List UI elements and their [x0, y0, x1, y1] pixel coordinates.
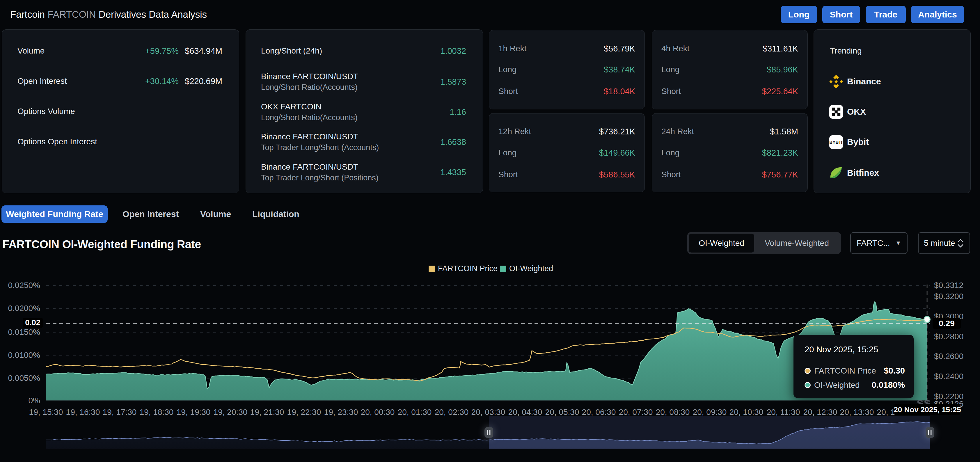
svg-text:20, 06:30: 20, 06:30: [582, 408, 616, 417]
svg-text:$0.3312: $0.3312: [934, 281, 963, 290]
svg-text:BYB!T: BYB!T: [829, 140, 843, 144]
svg-text:20, 08:30: 20, 08:30: [656, 408, 690, 417]
svg-text:20, 10:30: 20, 10:30: [729, 408, 764, 417]
svg-text:20, 09:30: 20, 09:30: [693, 408, 727, 417]
svg-text:20, 07:30: 20, 07:30: [619, 408, 653, 417]
svg-text:$0.3200: $0.3200: [934, 292, 963, 301]
svg-text:19, 15:30: 19, 15:30: [29, 408, 63, 417]
svg-text:0.0150%: 0.0150%: [8, 328, 40, 337]
svg-text:20, 03:30: 20, 03:30: [471, 408, 506, 417]
svg-text:0%: 0%: [29, 396, 40, 405]
svg-text:19, 17:30: 19, 17:30: [103, 408, 137, 417]
svg-text:20, 12:30: 20, 12:30: [803, 408, 837, 417]
svg-text:20, 13:30: 20, 13:30: [840, 408, 874, 417]
svg-text:OI-Weighted: OI-Weighted: [509, 264, 553, 273]
svg-text:20, 01:30: 20, 01:30: [398, 408, 432, 417]
svg-text:0.0250%: 0.0250%: [8, 281, 40, 290]
svg-text:19, 22:30: 19, 22:30: [287, 408, 321, 417]
svg-text:0.0100%: 0.0100%: [8, 351, 40, 360]
svg-text:19, 19:30: 19, 19:30: [177, 408, 211, 417]
svg-text:FARTCOIN Price: FARTCOIN Price: [438, 264, 498, 273]
svg-text:$0.2600: $0.2600: [934, 352, 963, 361]
svg-text:19, 16:30: 19, 16:30: [66, 408, 100, 417]
svg-text:20, 00:30: 20, 00:30: [361, 408, 395, 417]
svg-text:19, 18:30: 19, 18:30: [140, 408, 174, 417]
svg-text:20, 04:30: 20, 04:30: [508, 408, 542, 417]
svg-text:0.0050%: 0.0050%: [8, 373, 40, 383]
svg-text:20, 05:30: 20, 05:30: [545, 408, 579, 417]
svg-text:19, 23:30: 19, 23:30: [324, 408, 358, 417]
svg-text:20, 11:30: 20, 11:30: [767, 408, 800, 417]
svg-text:19, 21:30: 19, 21:30: [250, 408, 284, 417]
svg-text:20, 02:30: 20, 02:30: [435, 408, 469, 417]
svg-text:19, 20:30: 19, 20:30: [213, 408, 248, 417]
svg-text:0.0200%: 0.0200%: [8, 304, 40, 313]
svg-text:$0.2400: $0.2400: [934, 372, 963, 381]
svg-text:$0.2800: $0.2800: [934, 332, 963, 341]
